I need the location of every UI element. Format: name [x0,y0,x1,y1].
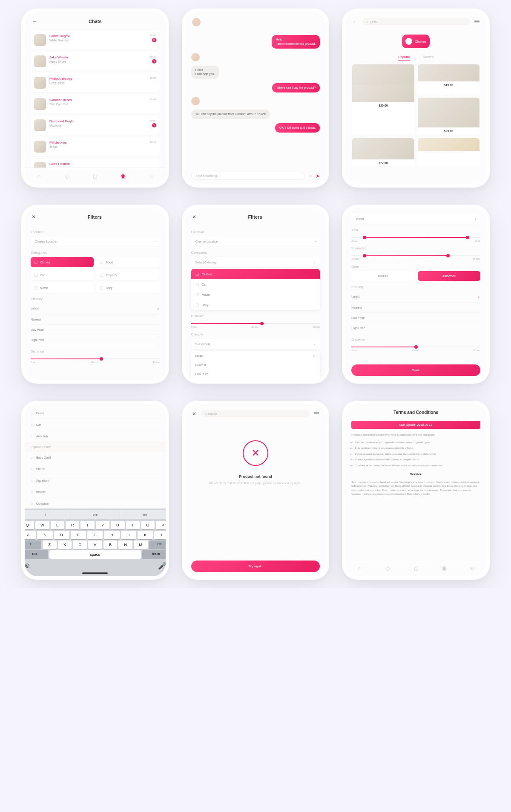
category-clothes[interactable]: ▢Clothes [31,257,94,267]
key-Z[interactable]: Z [43,540,57,549]
search-history-item[interactable]: ⌕Dress [31,407,160,419]
key-C[interactable]: C [73,540,87,549]
key-X[interactable]: X [58,540,72,549]
distance-slider[interactable] [191,323,320,324]
product-card[interactable]: $20.00 [352,85,414,135]
dropdown-option[interactable]: Nearest [191,361,320,370]
close-icon[interactable]: ✕ [32,214,36,220]
key-⇧[interactable]: ⇧ [25,540,41,549]
key-F[interactable]: F [71,531,86,539]
key-U[interactable]: U [111,521,124,529]
chat-item[interactable]: Desmond EagleMacbook10:595 [31,116,160,135]
category-baby[interactable]: ▢Baby [96,283,159,293]
home-icon[interactable]: ⌂ [35,172,43,180]
search-input[interactable]: ⌕search [201,410,310,417]
key-space[interactable]: space [49,550,141,559]
popular-search-item[interactable]: ⌕Baby Outfit [31,452,160,463]
profile-icon[interactable]: ☺ [148,172,155,180]
chat-icon[interactable]: ◉ [440,564,448,572]
classify-option[interactable]: High Price [31,335,160,345]
category-property[interactable]: ▢Property [96,270,159,280]
dropdown-option[interactable]: Low Price [191,370,320,379]
classify-option[interactable]: Low Price [351,313,480,323]
camera-icon[interactable]: ⎙ [412,564,420,572]
dropdown-option[interactable]: ▢Clothes [191,269,320,279]
key-⌫[interactable]: ⌫ [149,540,166,549]
location-input[interactable]: Change Location› [191,237,320,246]
suggestion[interactable]: the [70,510,120,519]
category-sport[interactable]: ▢Sport [96,257,159,267]
key-W[interactable]: W [35,521,49,529]
key-R[interactable]: R [66,521,79,529]
chat-item[interactable]: Lance BogrolWhite Sweater10:002 [31,31,160,49]
profile-icon[interactable]: ☺ [468,564,476,572]
popular-search-item[interactable]: ⌕Aquarium [31,475,160,486]
category-pill[interactable]: Clothes [402,35,430,48]
category-movie[interactable]: ▢Movie [31,283,94,293]
key-D[interactable]: D [54,531,69,539]
key-G[interactable]: G [87,531,103,539]
classify-option[interactable]: Low Price [31,325,160,335]
menu-icon[interactable] [314,412,319,415]
dropdown-option[interactable]: High Price [191,379,320,380]
chat-item[interactable]: Gunther BeardSkin Care Set10:46 [31,95,160,113]
send-icon[interactable]: ◇ [63,172,71,180]
key-L[interactable]: L [154,531,165,539]
product-card[interactable]: $15.00 [418,64,479,94]
dropdown-option[interactable]: ▢Baby [191,300,320,310]
key-I[interactable]: I [126,521,140,529]
gear-automatic[interactable]: Automatic [418,271,480,281]
key-B[interactable]: B [103,540,118,549]
key-Y[interactable]: Y [96,521,109,529]
emoji-icon[interactable]: ☺ [308,174,312,178]
classify-option[interactable]: Latest✓ [351,292,480,303]
back-icon[interactable]: ← [352,18,358,25]
emoji-icon[interactable]: ☺ [25,562,31,570]
model-select[interactable]: Model› [351,214,480,224]
search-history-item[interactable]: ⌕Car [31,419,160,431]
key-H[interactable]: H [104,531,119,539]
suggestion[interactable]: I [25,510,70,519]
year-slider[interactable] [351,237,480,238]
key-S[interactable]: S [37,531,52,539]
key-A[interactable]: A [25,531,36,539]
suggestion[interactable]: I'm [120,510,165,519]
classify-option[interactable]: Latest✓ [31,303,160,315]
key-N[interactable]: N [118,540,132,549]
key-V[interactable]: V [88,540,102,549]
classify-option[interactable]: Nearest [351,303,480,313]
popular-search-item[interactable]: ⌕Bicycle [31,486,160,498]
camera-icon[interactable]: ⎙ [91,172,99,180]
key-P[interactable]: P [156,521,165,529]
home-icon[interactable]: ⌂ [356,564,363,572]
distance-slider[interactable] [351,347,480,347]
key-O[interactable]: O [141,521,155,529]
key-M[interactable]: M [134,540,148,549]
distance-slider[interactable] [31,358,160,359]
product-card[interactable]: $27.00 [352,138,414,167]
message-input[interactable]: Type something... [191,172,305,180]
key-T[interactable]: T [80,521,94,529]
key-123[interactable]: 123 [25,550,48,559]
popular-search-item[interactable]: ⌕Computer [31,498,160,509]
product-card[interactable] [418,138,479,167]
avatar[interactable] [192,18,201,26]
search-history-item[interactable]: ⌕Armchair [31,431,160,442]
chat-item[interactable]: Jake WearlyHeels Shoes10:303 [31,52,160,71]
key-Q[interactable]: Q [25,521,34,529]
dropdown-option[interactable]: ▢Car [191,279,320,289]
key-K[interactable]: K [138,531,153,539]
close-icon[interactable]: ✕ [192,214,196,220]
mic-icon[interactable]: 🎤 [158,562,166,570]
dropdown-option[interactable]: ▢Movie [191,289,320,300]
search-input[interactable]: ⌕search [362,18,470,25]
back-icon[interactable]: ← [32,18,37,25]
gear-manuel[interactable]: Manuel [351,271,414,281]
chat-icon[interactable]: ◉ [119,172,127,180]
menu-icon[interactable] [474,20,479,23]
key-return[interactable]: return [142,550,166,559]
popular-search-item[interactable]: ⌕Phone [31,463,160,475]
key-E[interactable]: E [51,521,64,529]
location-input[interactable]: Change Location› [31,237,160,246]
chat-item[interactable]: Giles Posture [31,159,160,168]
